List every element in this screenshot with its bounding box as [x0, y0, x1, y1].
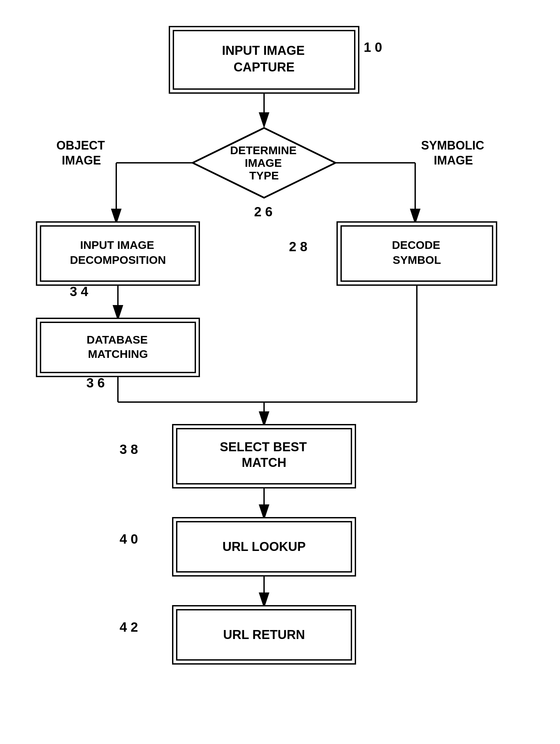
ref-38: 3 8 — [120, 442, 138, 456]
ref-34: 3 4 — [70, 284, 88, 299]
ref-10: 1 0 — [364, 40, 382, 54]
ref-28: 2 8 — [289, 239, 308, 254]
ref-26: 2 6 — [254, 204, 273, 219]
ref-36: 3 6 — [86, 375, 105, 390]
symbolic-image-label: SYMBOLIC IMAGE — [421, 139, 486, 167]
url-lookup-label: URL LOOKUP — [223, 540, 306, 554]
object-image-label: OBJECT IMAGE — [56, 139, 106, 167]
flowchart-diagram: INPUT IMAGE CAPTURE 1 0 DETERMINE IMAGE … — [0, 0, 560, 744]
ref-40: 4 0 — [120, 532, 138, 546]
input-image-capture-inner — [173, 31, 355, 89]
url-return-label: URL RETURN — [223, 628, 305, 642]
ref-42: 4 2 — [120, 620, 138, 634]
